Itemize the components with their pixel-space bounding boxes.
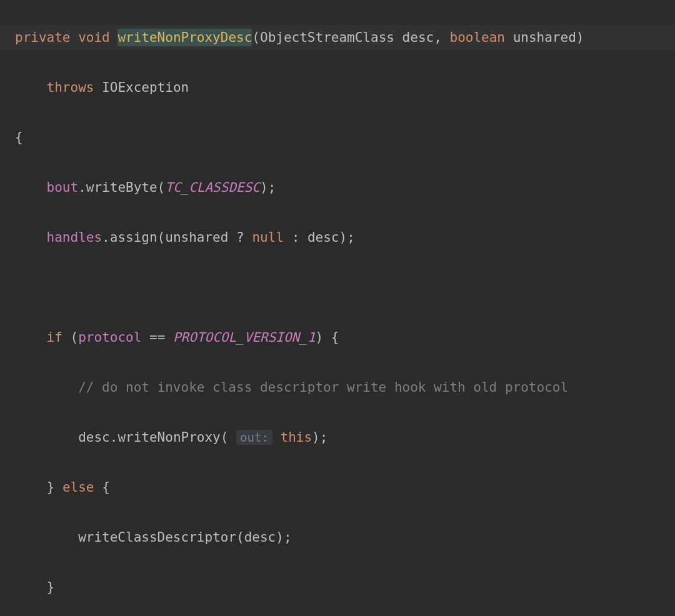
- paren-close: ): [276, 530, 284, 545]
- keyword-else: else: [62, 480, 94, 495]
- paren-open: (: [158, 230, 166, 245]
- code-line[interactable]: desc.writeNonProxy( out: this);: [0, 425, 675, 450]
- comment: // do not invoke class descriptor write …: [78, 380, 568, 395]
- exception-type: IOException: [102, 80, 189, 95]
- field-ref: protocol: [78, 330, 141, 345]
- paren-close: ): [312, 430, 320, 445]
- paren-close: ): [339, 230, 348, 245]
- paren-open: (: [71, 330, 79, 345]
- op-eq: ==: [149, 330, 165, 345]
- method-call: writeClassDescriptor: [78, 530, 236, 545]
- code-line[interactable]: bout.writeByte(TC_CLASSDESC);: [0, 175, 675, 200]
- paren-close: ): [260, 180, 268, 195]
- code-line[interactable]: if (protocol == PROTOCOL_VERSION_1) {: [0, 325, 675, 350]
- code-line[interactable]: handles.assign(unshared ? null : desc);: [0, 225, 675, 250]
- paren-open: (: [221, 430, 229, 445]
- dot: .: [110, 430, 118, 445]
- method-call: assign: [110, 230, 158, 245]
- code-line[interactable]: // do not invoke class descriptor write …: [0, 375, 675, 400]
- method-call: writeByte: [86, 180, 158, 195]
- constant: PROTOCOL_VERSION_1: [173, 330, 316, 345]
- paren-close: ): [316, 330, 324, 345]
- code-line[interactable]: private void writeNonProxyDesc(ObjectStr…: [0, 25, 675, 50]
- paren-close: ): [576, 30, 584, 45]
- keyword-private: private: [15, 30, 71, 45]
- semicolon: ;: [268, 180, 276, 195]
- code-line[interactable]: }: [0, 575, 675, 600]
- brace-open: {: [331, 330, 339, 345]
- field-ref: handles: [47, 230, 102, 245]
- param-type: ObjectStreamClass: [260, 30, 394, 45]
- ternary-q: ?: [236, 230, 244, 245]
- keyword-void: void: [78, 30, 110, 45]
- identifier: desc: [308, 230, 339, 245]
- method-call: writeNonProxy: [118, 430, 220, 445]
- dot: .: [78, 180, 86, 195]
- blank-line[interactable]: [0, 275, 675, 300]
- brace-close: }: [47, 480, 55, 495]
- identifier: desc: [78, 430, 110, 445]
- code-line[interactable]: writeClassDescriptor(desc);: [0, 525, 675, 550]
- method-name: writeNonProxyDesc: [118, 29, 252, 46]
- brace-close: }: [47, 580, 55, 595]
- paren-open: (: [252, 30, 260, 45]
- dot: .: [102, 230, 110, 245]
- semicolon: ;: [320, 430, 328, 445]
- keyword-throws: throws: [47, 80, 94, 95]
- code-editor[interactable]: private void writeNonProxyDesc(ObjectStr…: [0, 0, 675, 616]
- comma: ,: [434, 30, 442, 45]
- brace-open: {: [102, 480, 110, 495]
- keyword-this: this: [281, 430, 312, 445]
- keyword-boolean: boolean: [449, 30, 505, 45]
- keyword-if: if: [47, 330, 62, 345]
- keyword-null: null: [252, 230, 284, 245]
- param-name: desc: [402, 30, 434, 45]
- paren-open: (: [158, 180, 166, 195]
- identifier: unshared: [165, 230, 228, 245]
- identifier: desc: [244, 530, 276, 545]
- code-line[interactable]: throws IOException: [0, 75, 675, 100]
- semicolon: ;: [347, 230, 355, 245]
- paren-open: (: [236, 530, 244, 545]
- code-line[interactable]: {: [0, 125, 675, 150]
- semicolon: ;: [284, 530, 292, 545]
- brace-open: {: [15, 130, 23, 145]
- field-ref: bout: [47, 180, 79, 195]
- ternary-colon: :: [292, 230, 300, 245]
- code-line[interactable]: } else {: [0, 475, 675, 500]
- param-name: unshared: [513, 30, 576, 45]
- param-hint: out:: [236, 430, 272, 445]
- constant: TC_CLASSDESC: [165, 180, 260, 195]
